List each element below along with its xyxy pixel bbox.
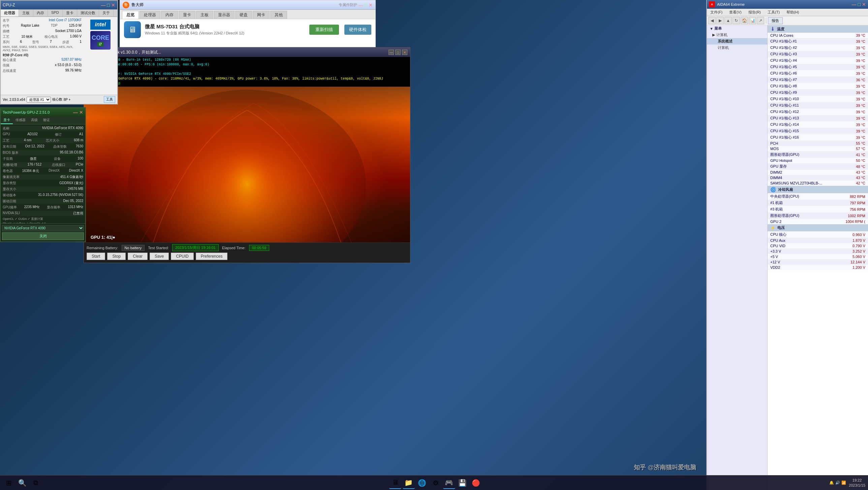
aida64-fan-table: 中央处理器(CPU)882 RPM#1 机箱797 RPM#3 机箱756 RP… bbox=[768, 193, 868, 224]
aida64-chart-btn[interactable]: 📊 bbox=[749, 17, 756, 24]
taskbar-app-storage[interactable]: 💾 bbox=[457, 477, 469, 489]
gpuz-close-button[interactable]: 关闭 bbox=[2, 232, 84, 240]
gpuz-tab-sensors[interactable]: 传感器 bbox=[13, 117, 28, 124]
lumaster-tab-storage[interactable]: 硬盘 bbox=[235, 11, 252, 19]
cpuz-tab-spd[interactable]: SPD bbox=[48, 9, 63, 17]
aida64-sidebar-sysoverview[interactable]: 系统概述 bbox=[707, 38, 767, 45]
furmark-save-button[interactable]: Save bbox=[150, 253, 169, 260]
aida64-temp-label: GPU Hotspot bbox=[768, 158, 847, 163]
aida64-temp-label: CPU #1/核心 #3 bbox=[768, 51, 847, 57]
taskbar-app-explorer[interactable]: 📁 bbox=[403, 477, 415, 489]
aida64-report-button[interactable]: 报告 bbox=[768, 17, 783, 24]
gpuz-minimize-btn[interactable]: — bbox=[73, 110, 78, 115]
lumaster-title: 鲁大师 bbox=[131, 2, 144, 8]
lumaster-tab-cpu[interactable]: 处理器 bbox=[140, 11, 160, 19]
cpuz-minimize-btn[interactable]: — bbox=[101, 2, 106, 8]
taskbar-date-display: 2023/1/15 bbox=[849, 483, 865, 488]
taskbar-search-button[interactable]: 🔍 bbox=[16, 477, 28, 489]
lumaster-tab-network[interactable]: 网卡 bbox=[253, 11, 270, 19]
lumaster-tab-overview[interactable]: 总览 bbox=[122, 11, 139, 19]
cpuz-tools-button[interactable]: 工具 bbox=[104, 96, 115, 103]
cpuz-tab-mainboard[interactable]: 主板 bbox=[19, 9, 33, 17]
cpuz-processor-selector[interactable]: 处理器 #1 bbox=[27, 97, 51, 103]
aida64-close-btn[interactable]: ✕ bbox=[862, 2, 866, 7]
taskbar-network-icon[interactable]: 📶 bbox=[841, 481, 846, 485]
gpuz-title: TechPowerUp GPU-Z 2.51.0 bbox=[3, 110, 50, 114]
furmark-maximize-btn[interactable]: □ bbox=[395, 50, 401, 55]
cpuz-close-btn[interactable]: ✕ bbox=[111, 2, 115, 8]
furmark-start-button[interactable]: Start bbox=[87, 253, 105, 260]
aida64-voltage-section-label: 电压 bbox=[777, 225, 785, 230]
lumaster-tab-memory[interactable]: 内存 bbox=[161, 11, 178, 19]
aida64-home-btn[interactable]: 🏠 bbox=[741, 17, 748, 24]
aida64-refresh-btn[interactable]: ↻ bbox=[733, 17, 740, 24]
taskbar-volume-icon[interactable]: 🔊 bbox=[835, 481, 840, 485]
taskbar-app-game[interactable]: 🎮 bbox=[443, 477, 455, 489]
aida64-menu-tools[interactable]: 工具(T) bbox=[764, 9, 783, 16]
furmark-preferences-button[interactable]: Preferences bbox=[196, 253, 228, 260]
aida64-minimize-btn[interactable]: — bbox=[852, 2, 857, 7]
aida64-menu-report[interactable]: 报告(R) bbox=[745, 9, 764, 16]
taskbar-notification-icon[interactable]: 🔔 bbox=[829, 481, 834, 485]
gpuz-tab-advanced[interactable]: 高级 bbox=[28, 117, 40, 124]
taskbar-app-red[interactable]: 🔴 bbox=[470, 477, 482, 489]
cpuz-tab-bench[interactable]: 测试分数 bbox=[77, 9, 99, 17]
taskbar-taskview-button[interactable]: ⧉ bbox=[30, 477, 42, 489]
furmark-clear-button[interactable]: Clear bbox=[128, 253, 148, 260]
lumaster-tab-motherboard[interactable]: 主板 bbox=[196, 11, 213, 19]
aida64-voltage-value: 0.960 V bbox=[819, 231, 868, 238]
taskbar-clock[interactable]: 19:22 2023/1/15 bbox=[849, 478, 865, 488]
lumaster-minimize-btn[interactable]: — bbox=[359, 2, 363, 8]
cpuz-maximize-btn[interactable]: □ bbox=[107, 2, 110, 8]
aida64-back-btn[interactable]: ◀ bbox=[708, 17, 716, 24]
aida64-export-btn[interactable]: ↗ bbox=[757, 17, 764, 24]
furmark-minimize-btn[interactable]: — bbox=[389, 50, 394, 55]
aida64-logo-icon: A bbox=[709, 1, 715, 7]
lumaster-tab-display[interactable]: 显示器 bbox=[214, 11, 235, 19]
lumaster-check-button[interactable]: 硬件体检 bbox=[344, 25, 371, 35]
aida64-temp-value: 39 °C bbox=[847, 96, 868, 102]
furmark-test-start-time: 2023/1/15/周日 19:16:01 bbox=[172, 244, 219, 251]
cpuz-tab-graphics[interactable]: 显卡 bbox=[63, 9, 77, 17]
furmark-cpuid-button[interactable]: CPUID bbox=[171, 253, 193, 260]
aida64-menu-help[interactable]: 帮助(H) bbox=[783, 9, 802, 16]
aida64-temp-row: GPU 显存48 °C bbox=[768, 163, 868, 170]
gpuz-tab-card[interactable]: 显卡 bbox=[1, 117, 13, 124]
aida64-temp-label: CPU #1/核心 #4 bbox=[768, 57, 847, 64]
lumaster-tab-gpu[interactable]: 显卡 bbox=[179, 11, 195, 19]
aida64-voltage-row: +5 V5.060 V bbox=[768, 254, 868, 259]
aida64-menu-file[interactable]: 文件(F) bbox=[707, 9, 726, 16]
aida64-up-btn[interactable]: ▲ bbox=[724, 17, 732, 24]
cpuz-tab-memory[interactable]: 内存 bbox=[33, 9, 48, 17]
cpuz-version-label: Ver. 2.03.0.x64 bbox=[3, 98, 25, 102]
lumaster-maximize-btn[interactable]: □ bbox=[365, 2, 367, 8]
gpuz-gpu-selector[interactable]: NVIDIA GeForce RTX 4090 bbox=[2, 225, 84, 231]
lumaster-rescan-button[interactable]: 重新扫描 bbox=[309, 25, 339, 35]
taskbar-app-desktop[interactable]: 🖥 bbox=[389, 477, 401, 489]
taskbar-start-button[interactable]: ⊞ bbox=[3, 477, 15, 489]
aida64-sidebar-computer-item[interactable]: 计算机 bbox=[707, 45, 767, 51]
cpuz-footer: Ver. 2.03.0.x64 处理器 #1 核心数 8P + 工具 bbox=[1, 95, 117, 104]
cpuz-tab-processor[interactable]: 处理器 bbox=[1, 9, 19, 17]
aida64-fan-row: 中央处理器(CPU)882 RPM bbox=[768, 193, 868, 200]
furmark-stop-button[interactable]: Stop bbox=[107, 253, 126, 260]
lumaster-tab-other[interactable]: 其他 bbox=[270, 11, 287, 19]
furmark-close-btn[interactable]: ✕ bbox=[402, 50, 407, 55]
gpuz-titlebar: TechPowerUp GPU-Z 2.51.0 — ✕ bbox=[1, 108, 85, 117]
taskbar-app-terminal[interactable]: ⚙ bbox=[430, 477, 442, 489]
aida64-sidebar-computer[interactable]: ▶ 计算机 bbox=[707, 32, 767, 38]
aida64-forward-btn[interactable]: ▶ bbox=[716, 17, 724, 24]
aida64-fan-section-header: 🌀 冷却风扇 bbox=[768, 186, 868, 193]
cpuz-tab-about[interactable]: 关于 bbox=[99, 9, 114, 17]
aida64-fan-value: 882 RPM bbox=[826, 193, 868, 200]
gpuz-transistors-value: 7630 bbox=[76, 144, 83, 149]
gpuz-tab-validate[interactable]: 验证 bbox=[40, 117, 53, 124]
aida64-menu-view[interactable]: 查看(V) bbox=[726, 9, 745, 16]
lumaster-close-btn[interactable]: ✕ bbox=[369, 2, 373, 8]
aida64-voltage-value: 3.252 V bbox=[819, 249, 868, 254]
gpuz-close-btn[interactable]: ✕ bbox=[79, 110, 83, 115]
taskbar-app-browser[interactable]: 🌐 bbox=[416, 477, 428, 489]
aida64-maximize-btn[interactable]: □ bbox=[858, 2, 861, 7]
gpuz-memsize-value: 24576 MB bbox=[68, 187, 83, 192]
aida64-temp-row: DIMM243 °C bbox=[768, 170, 868, 175]
